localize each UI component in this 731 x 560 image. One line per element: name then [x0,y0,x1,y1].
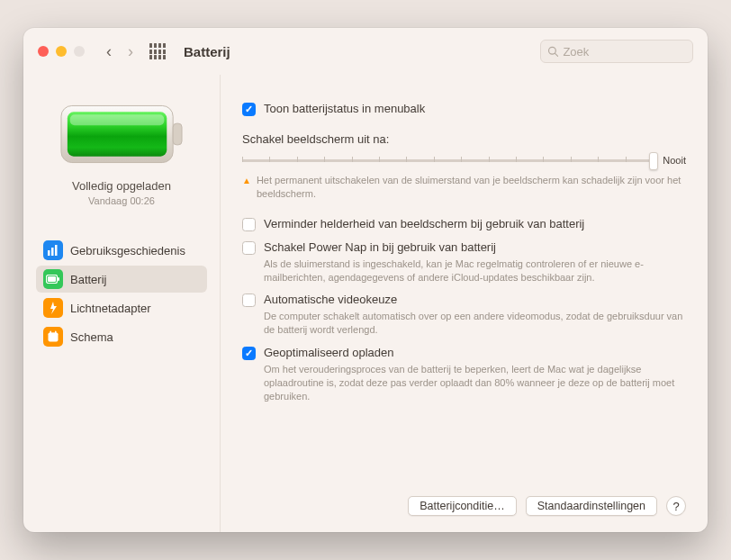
sidebar-nav: Gebruiksgeschiedenis Batterij Lichtnetad… [36,237,207,350]
battery-nav-icon [43,269,63,289]
sidebar-item-power-adapter[interactable]: Lichtnetadapter [36,294,207,321]
search-input[interactable] [563,45,686,59]
sidebar-item-usage-history[interactable]: Gebruiksgeschiedenis [36,237,207,264]
search-field[interactable] [540,40,693,63]
minimize-window-button[interactable] [56,46,67,57]
svg-rect-11 [58,277,59,281]
sidebar-item-schedule[interactable]: Schema [36,323,207,350]
svg-line-1 [555,53,558,56]
svg-rect-6 [48,250,50,256]
option-optimized-charging: Geoptimaliseerd opladen Om het verouderi… [242,346,686,403]
sidebar: Volledig opgeladen Vandaag 00:26 Gebruik… [23,75,220,532]
content-pane: Toon batterijstatus in menubalk Schakel … [221,75,708,532]
help-button[interactable]: ? [666,496,686,516]
menubar-status-label: Toon batterijstatus in menubalk [264,102,425,115]
show-all-icon[interactable] [149,43,166,59]
display-sleep-slider-row: Nooit [242,151,686,169]
window-title: Batterij [184,44,230,59]
optimized-charging-sublabel: Om het verouderingsproces van de batteri… [264,363,686,403]
warning-text: Het permanent uitschakelen van de sluime… [257,174,686,201]
usage-history-icon [43,240,63,260]
battery-icon [59,102,184,167]
sidebar-item-label: Lichtnetadapter [70,302,151,315]
warning-icon: ▲ [242,176,251,201]
menubar-status-checkbox[interactable] [242,103,256,116]
slider-max-label: Nooit [663,155,686,166]
sidebar-item-label: Schema [70,330,113,344]
power-adapter-icon [43,298,63,318]
svg-rect-10 [48,276,56,282]
toolbar: ‹ › Batterij [23,28,708,75]
options-group: Verminder helderheid van beeldscherm bij… [242,217,686,403]
svg-rect-8 [55,245,58,256]
schedule-icon [43,327,63,347]
restore-defaults-button[interactable]: Standaardinstellingen [526,496,657,516]
svg-rect-3 [173,123,182,145]
dim-display-label: Verminder helderheid van beeldscherm bij… [264,217,584,230]
svg-rect-5 [70,114,164,125]
option-dim-display: Verminder helderheid van beeldscherm bij… [242,217,686,231]
forward-button: › [128,42,133,61]
sidebar-item-battery[interactable]: Batterij [36,266,207,293]
auto-graphics-label: Automatische videokeuze [264,293,397,306]
charge-time: Vandaag 00:26 [88,195,155,206]
search-icon [547,45,558,58]
menubar-status-row: Toon batterijstatus in menubalk [242,102,686,116]
option-power-nap: Schakel Power Nap in bij gebruik van bat… [242,240,686,285]
sidebar-item-label: Batterij [70,273,106,286]
battery-health-button[interactable]: Batterijconditie… [408,496,517,516]
svg-rect-7 [51,248,54,256]
window-controls [38,46,85,57]
optimized-charging-label: Geoptimaliseerd opladen [264,346,394,359]
svg-rect-13 [49,333,59,336]
svg-rect-15 [55,331,57,334]
dim-display-checkbox[interactable] [242,218,256,231]
footer: Batterijconditie… Standaardinstellingen … [242,483,686,516]
auto-graphics-checkbox[interactable] [242,294,256,307]
charge-status: Volledig opgeladen [72,179,171,193]
option-auto-graphics: Automatische videokeuze De computer scha… [242,293,686,337]
sidebar-item-label: Gebruiksgeschiedenis [70,244,185,257]
power-nap-label: Schakel Power Nap in bij gebruik van bat… [264,240,496,254]
back-button[interactable]: ‹ [106,42,112,61]
preferences-window: ‹ › Batterij [23,28,708,532]
svg-rect-14 [50,331,52,334]
display-sleep-warning: ▲ Het permanent uitschakelen van de slui… [242,174,686,201]
power-nap-sublabel: Als de sluimerstand is ingeschakeld, kan… [264,257,686,285]
battery-graphic: Volledig opgeladen Vandaag 00:26 [36,102,207,206]
zoom-window-button[interactable] [74,46,85,57]
close-window-button[interactable] [38,46,49,57]
nav-arrows: ‹ › [106,42,133,61]
display-sleep-title: Schakel beeldscherm uit na: [242,132,686,146]
power-nap-checkbox[interactable] [242,241,256,255]
display-sleep-slider[interactable] [242,151,654,169]
auto-graphics-sublabel: De computer schakelt automatisch over op… [264,310,686,337]
optimized-charging-checkbox[interactable] [242,347,256,360]
slider-thumb[interactable] [649,152,658,170]
